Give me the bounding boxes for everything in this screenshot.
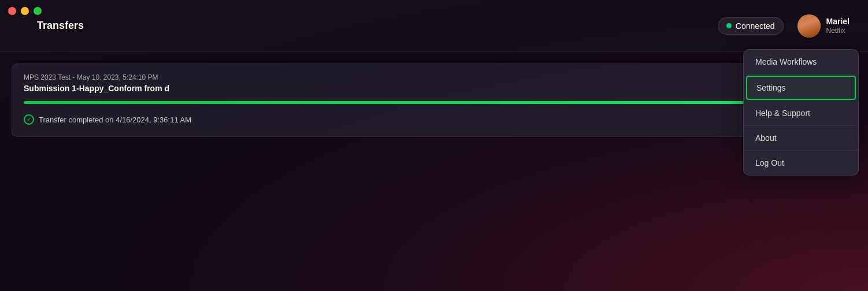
transfer-status: ✓ Transfer completed on 4/16/2024, 9:36:…: [24, 114, 191, 125]
dropdown-menu: Media Workflows Settings Help & Support …: [743, 49, 859, 176]
header: Transfers Connected Mariel Netflix: [0, 0, 868, 52]
user-info: Mariel Netflix: [826, 16, 850, 36]
connected-dot-icon: [726, 23, 732, 28]
connected-label: Connected: [736, 21, 775, 31]
transfer-footer: ✓ Transfer completed on 4/16/2024, 9:36:…: [24, 112, 844, 127]
menu-item-about[interactable]: About: [744, 126, 858, 151]
menu-item-settings[interactable]: Settings: [746, 76, 856, 100]
user-org: Netflix: [826, 27, 850, 36]
menu-item-log-out[interactable]: Log Out: [744, 151, 858, 175]
close-button[interactable]: [8, 7, 16, 15]
page-title: Transfers: [37, 20, 84, 32]
maximize-button[interactable]: [34, 7, 42, 15]
header-right: Connected Mariel Netflix: [718, 12, 854, 40]
user-menu-button[interactable]: Mariel Netflix: [793, 12, 854, 40]
progress-bar-container: [24, 101, 844, 104]
progress-bar-fill: [24, 101, 844, 104]
transfer-title: Submission 1-Happy_Conform from d: [24, 84, 844, 93]
transfer-meta: MPS 2023 Test - May 10, 2023, 5:24:10 PM: [24, 73, 844, 81]
minimize-button[interactable]: [21, 7, 29, 15]
main-content: MPS 2023 Test - May 10, 2023, 5:24:10 PM…: [0, 52, 868, 291]
status-complete-icon: ✓: [24, 114, 34, 125]
transfer-card: MPS 2023 Test - May 10, 2023, 5:24:10 PM…: [12, 64, 856, 137]
transfer-status-text: Transfer completed on 4/16/2024, 9:36:11…: [39, 115, 191, 124]
connected-badge[interactable]: Connected: [718, 17, 784, 35]
traffic-lights: [8, 7, 42, 15]
avatar: [797, 14, 821, 38]
menu-item-media-workflows[interactable]: Media Workflows: [744, 50, 858, 74]
menu-item-help-support[interactable]: Help & Support: [744, 101, 858, 126]
user-name: Mariel: [826, 16, 850, 27]
